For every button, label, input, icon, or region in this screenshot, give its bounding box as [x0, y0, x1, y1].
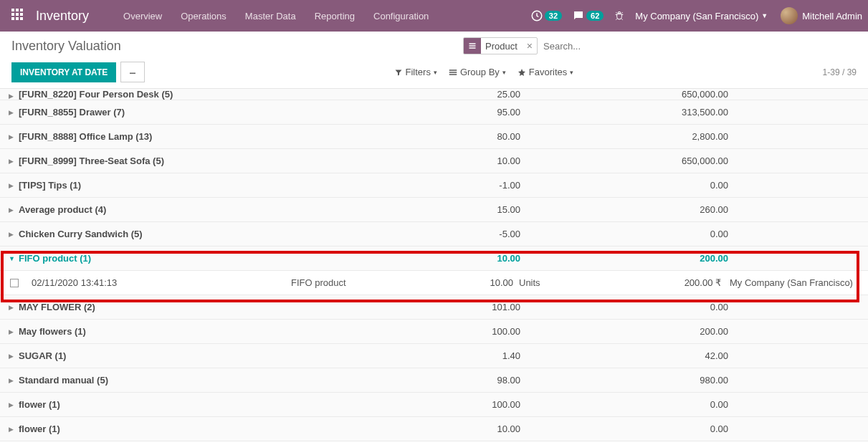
svg-rect-5 — [449, 72, 457, 73]
expand-caret-icon: ▶ — [9, 304, 16, 311]
group-row[interactable]: ▶[FURN_8999] Three-Seat Sofa (5)10.00650… — [0, 149, 868, 173]
group-name: Chicken Curry Sandwich (5) — [19, 229, 298, 239]
group-row[interactable]: ▼FIFO product (1)10.00200.00 — [0, 247, 868, 271]
group-qty: 98.00 — [442, 375, 520, 386]
group-value: 260.00 — [578, 204, 728, 215]
group-name: [FURN_8220] Four Person Desk (5) — [19, 89, 298, 100]
activity-count: 32 — [545, 11, 562, 21]
search-input[interactable] — [538, 38, 681, 54]
messaging-indicator[interactable]: 62 — [572, 9, 604, 22]
group-row[interactable]: ▶[FURN_8855] Drawer (7)95.00313,500.00 — [0, 100, 868, 125]
group-row[interactable]: ▶[TIPS] Tips (1)-1.000.00 — [0, 173, 868, 198]
facet-remove-icon[interactable]: × — [522, 40, 537, 52]
group-row[interactable]: ▶Standard manual (5)98.00980.00 — [0, 368, 868, 393]
group-qty: 101.00 — [442, 302, 520, 312]
group-value: 200.00 — [578, 253, 728, 264]
expand-caret-icon: ▶ — [9, 92, 16, 100]
group-qty: 10.00 — [442, 253, 520, 264]
detail-product: FIFO product — [291, 277, 434, 288]
expand-caret-icon: ▶ — [9, 109, 16, 116]
expand-caret-icon: ▶ — [9, 426, 16, 433]
expand-caret-icon: ▼ — [9, 255, 16, 262]
group-name: [FURN_8999] Three-Seat Sofa (5) — [19, 155, 298, 166]
list-icon — [449, 68, 457, 77]
group-value: 42.00 — [578, 350, 728, 361]
user-menu[interactable]: Mitchell Admin — [778, 7, 862, 24]
download-button[interactable] — [120, 62, 145, 82]
nav-master-data[interactable]: Master Data — [237, 4, 305, 29]
app-brand[interactable]: Inventory — [36, 9, 89, 24]
facet-label: Product — [481, 41, 522, 52]
svg-rect-1 — [469, 43, 476, 44]
nav-reporting[interactable]: Reporting — [306, 4, 363, 29]
activity-indicator[interactable]: 32 — [530, 9, 562, 22]
group-name: [TIPS] Tips (1) — [19, 180, 298, 191]
company-selector[interactable]: My Company (San Francisco) ▼ — [635, 11, 768, 21]
main-nav: Overview Operations Master Data Reportin… — [115, 4, 437, 29]
caret-down-icon: ▾ — [502, 69, 506, 76]
group-row[interactable]: ▶May flowers (1)100.00200.00 — [0, 320, 868, 344]
nav-configuration[interactable]: Configuration — [365, 4, 437, 29]
filters-menu[interactable]: Filters ▾ — [394, 67, 437, 77]
group-row[interactable]: ▶SUGAR (1)1.4042.00 — [0, 344, 868, 368]
group-row[interactable]: ▶Average product (4)15.00260.00 — [0, 198, 868, 222]
group-qty: -5.00 — [442, 229, 520, 239]
nav-overview[interactable]: Overview — [115, 4, 171, 29]
expand-caret-icon: ▶ — [9, 377, 16, 384]
expand-caret-icon: ▶ — [9, 158, 16, 165]
expand-caret-icon: ▶ — [9, 231, 16, 238]
expand-caret-icon: ▶ — [9, 206, 16, 214]
chat-icon — [572, 9, 585, 22]
svg-rect-3 — [469, 47, 476, 49]
group-qty: 80.00 — [442, 131, 520, 142]
detail-row[interactable]: 02/11/2020 13:41:13FIFO product10.00Unit… — [0, 271, 868, 295]
expand-caret-icon: ▶ — [9, 401, 16, 408]
group-row[interactable]: ▶[FURN_8888] Office Lamp (13)80.002,800.… — [0, 125, 868, 149]
expand-caret-icon: ▶ — [9, 133, 16, 140]
group-row[interactable]: ▶Chicken Curry Sandwich (5)-5.000.00 — [0, 222, 868, 247]
group-value: 200.00 — [578, 326, 728, 337]
inventory-at-date-button[interactable]: INVENTORY AT DATE — [11, 62, 116, 82]
pager[interactable]: 1-39 / 39 — [823, 67, 857, 77]
group-name: FIFO product (1) — [19, 253, 298, 264]
star-icon — [518, 68, 526, 77]
debug-icon[interactable] — [614, 9, 625, 23]
user-name: Mitchell Admin — [802, 11, 862, 21]
group-value: 0.00 — [578, 424, 728, 434]
group-row[interactable]: ▶flower (1)10.000.00 — [0, 417, 868, 441]
group-row[interactable]: ▶flower (1)100.000.00 — [0, 393, 868, 417]
avatar — [781, 7, 798, 24]
group-value: 0.00 — [578, 399, 728, 410]
group-row[interactable]: ▶[FURN_8220] Four Person Desk (5)25.0065… — [0, 89, 868, 100]
group-name: Average product (4) — [19, 204, 298, 215]
group-qty: -1.00 — [442, 180, 520, 191]
download-icon — [128, 67, 137, 75]
svg-rect-4 — [449, 70, 457, 71]
detail-unit: Units — [513, 277, 571, 288]
caret-down-icon: ▼ — [761, 12, 768, 19]
group-value: 650,000.00 — [578, 89, 728, 100]
expand-caret-icon: ▶ — [9, 328, 16, 335]
group-qty: 25.00 — [442, 89, 520, 100]
group-name: [FURN_8888] Office Lamp (13) — [19, 131, 298, 142]
group-value: 0.00 — [578, 229, 728, 239]
top-navbar: Inventory Overview Operations Master Dat… — [0, 0, 868, 32]
group-name: [FURN_8855] Drawer (7) — [19, 107, 298, 118]
group-qty: 10.00 — [442, 424, 520, 434]
favorites-menu[interactable]: Favorites ▾ — [518, 67, 573, 77]
group-row[interactable]: ▶MAY FLOWER (2)101.000.00 — [0, 295, 868, 320]
expand-caret-icon: ▶ — [9, 353, 16, 360]
group-qty: 95.00 — [442, 107, 520, 118]
search-facet-product[interactable]: Product × — [463, 37, 538, 54]
apps-icon[interactable] — [11, 9, 26, 23]
groupby-facet-icon — [464, 37, 481, 54]
detail-date: 02/11/2020 13:41:13 — [26, 277, 291, 288]
nav-operations[interactable]: Operations — [172, 4, 235, 29]
row-checkbox[interactable] — [10, 279, 19, 287]
groupby-menu[interactable]: Group By ▾ — [449, 67, 506, 77]
filter-icon — [394, 68, 403, 77]
group-qty: 1.40 — [442, 350, 520, 361]
svg-rect-6 — [449, 74, 457, 75]
group-qty: 15.00 — [442, 204, 520, 215]
group-name: flower (1) — [19, 399, 298, 410]
